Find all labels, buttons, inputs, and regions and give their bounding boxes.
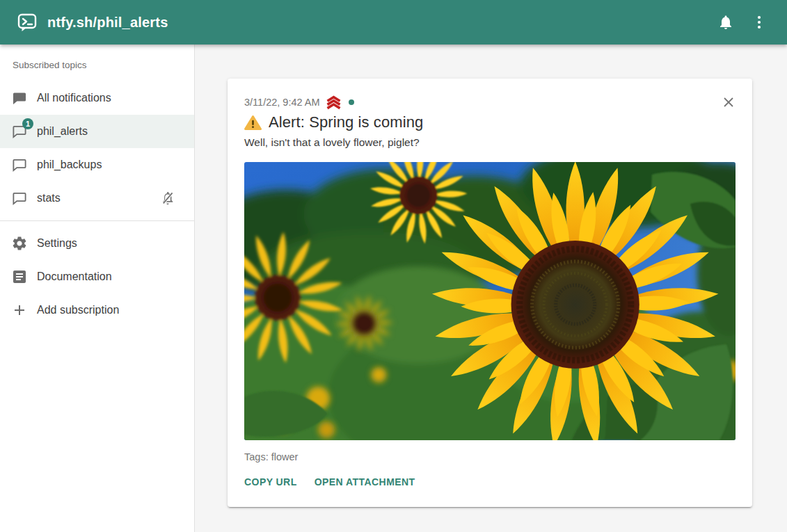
priority-high-icon	[325, 95, 342, 110]
sidebar-item-label: Documentation	[37, 271, 112, 283]
plus-icon	[11, 302, 28, 319]
unread-count-badge: 1	[22, 118, 33, 129]
warning-emoji-icon	[244, 115, 262, 131]
sidebar-item-label: All notifications	[37, 92, 111, 104]
bell-icon	[717, 14, 734, 31]
close-notification-button[interactable]	[715, 88, 742, 116]
chat-bubble-filled-icon	[11, 90, 28, 106]
sidebar-item-label: Add subscription	[37, 304, 119, 316]
sidebar-item-add-subscription[interactable]: Add subscription	[0, 293, 194, 327]
sidebar-item-phil-backups[interactable]: phil_backups	[0, 148, 194, 182]
main-content: 3/11/22, 9:42 AM Alert: Spring is coming	[195, 45, 787, 532]
subscribed-topics-label: Subscribed topics	[0, 45, 194, 81]
sidebar-item-label: phil_backups	[37, 159, 102, 171]
gear-icon	[11, 235, 28, 252]
close-icon	[721, 95, 736, 110]
open-attachment-button[interactable]: OPEN ATTACHMENT	[315, 474, 415, 490]
notification-title: Alert: Spring is coming	[269, 113, 423, 131]
notification-timestamp: 3/11/22, 9:42 AM	[244, 97, 320, 108]
sidebar-item-documentation[interactable]: Documentation	[0, 260, 194, 293]
notification-meta: 3/11/22, 9:42 AM	[244, 95, 736, 109]
copy-url-button[interactable]: COPY URL	[244, 474, 297, 490]
notification-card: 3/11/22, 9:42 AM Alert: Spring is coming	[228, 79, 752, 507]
sidebar-item-settings[interactable]: Settings	[0, 227, 194, 260]
notification-title-row: Alert: Spring is coming	[244, 113, 736, 132]
sidebar-item-stats[interactable]: stats	[0, 182, 194, 215]
page-title: ntfy.sh/phil_alerts	[47, 15, 168, 31]
sidebar-item-label: stats	[37, 192, 61, 204]
article-icon	[11, 268, 28, 285]
chat-bubble-outline-icon	[11, 190, 28, 207]
overflow-menu-button[interactable]	[742, 6, 776, 39]
sidebar-item-phil-alerts[interactable]: 1 phil_alerts	[0, 115, 194, 148]
notifications-bell-button[interactable]	[709, 6, 742, 39]
sidebar-item-all-notifications[interactable]: All notifications	[0, 81, 194, 115]
kebab-menu-icon	[751, 14, 768, 31]
bell-muted-icon	[159, 190, 176, 207]
notification-tags: Tags: flower	[244, 451, 736, 462]
notification-actions: COPY URL OPEN ATTACHMENT	[244, 474, 736, 490]
notification-body: Well, isn't that a lovely flower, piglet…	[244, 135, 736, 150]
chat-bubble-outline-icon: 1	[11, 123, 28, 140]
app-header: ntfy.sh/phil_alerts	[0, 0, 787, 45]
sidebar: Subscribed topics All notifications 1 ph…	[0, 45, 195, 532]
sidebar-divider	[0, 220, 194, 221]
attachment-image[interactable]	[244, 162, 736, 440]
sidebar-item-label: phil_alerts	[37, 125, 88, 138]
sidebar-item-label: Settings	[37, 237, 77, 250]
unread-dot	[349, 99, 354, 105]
ntfy-logo-icon	[17, 12, 38, 33]
chat-bubble-outline-icon	[11, 156, 28, 173]
